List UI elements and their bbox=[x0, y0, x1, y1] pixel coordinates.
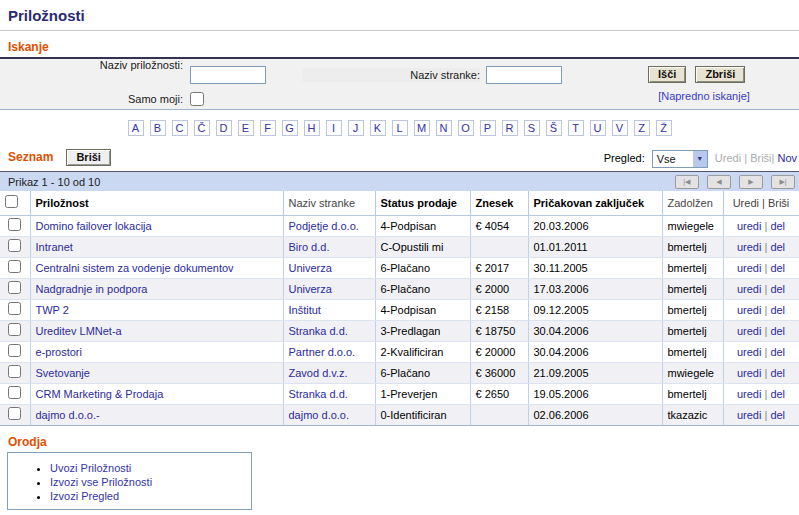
alphabet-letter[interactable]: F bbox=[260, 120, 276, 136]
row-checkbox[interactable] bbox=[8, 365, 21, 378]
delete-row-link[interactable]: del bbox=[770, 409, 785, 421]
edit-row-link[interactable]: uredi bbox=[737, 367, 761, 379]
client-link[interactable]: Podjetje d.o.o. bbox=[289, 220, 359, 232]
alphabet-letter[interactable]: Č bbox=[194, 120, 210, 136]
row-checkbox[interactable] bbox=[8, 281, 21, 294]
delete-row-link[interactable]: del bbox=[770, 388, 785, 400]
row-checkbox[interactable] bbox=[8, 344, 21, 357]
prev-page-icon[interactable]: ◀ bbox=[707, 175, 731, 189]
opportunity-link[interactable]: Svetovanje bbox=[36, 367, 90, 379]
opportunity-link[interactable]: Intranet bbox=[36, 241, 73, 253]
tools-link[interactable]: Uvozi Priložnosti bbox=[50, 462, 131, 474]
row-checkbox[interactable] bbox=[8, 260, 21, 273]
col-amount[interactable]: Znesek bbox=[470, 191, 528, 215]
client-link[interactable]: Univerza bbox=[289, 283, 332, 295]
delete-row-link[interactable]: del bbox=[770, 262, 785, 274]
alphabet-letter[interactable]: K bbox=[370, 120, 386, 136]
alphabet-letter[interactable]: R bbox=[502, 120, 518, 136]
alphabet-letter[interactable]: L bbox=[392, 120, 408, 136]
client-link[interactable]: Zavod d.v.z. bbox=[289, 367, 348, 379]
delete-row-link[interactable]: del bbox=[770, 241, 785, 253]
opportunity-link[interactable]: Ureditev LMNet-a bbox=[36, 325, 122, 337]
tools-link[interactable]: Izvozi vse Priložnosti bbox=[50, 476, 152, 488]
edit-row-link[interactable]: uredi bbox=[737, 388, 761, 400]
delete-row-link[interactable]: del bbox=[770, 304, 785, 316]
client-link[interactable]: Univerza bbox=[289, 262, 332, 274]
header-new-link[interactable]: Nov bbox=[777, 152, 797, 164]
opportunity-link[interactable]: e-prostori bbox=[36, 346, 82, 358]
row-checkbox[interactable] bbox=[8, 323, 21, 336]
client-link[interactable]: Biro d.d. bbox=[289, 241, 330, 253]
client-link[interactable]: Stranka d.d. bbox=[289, 325, 348, 337]
next-page-icon[interactable]: ▶ bbox=[739, 175, 763, 189]
opportunity-link[interactable]: TWP 2 bbox=[36, 304, 69, 316]
delete-row-link[interactable]: del bbox=[770, 220, 785, 232]
delete-row-link[interactable]: del bbox=[770, 283, 785, 295]
opportunity-name-input[interactable] bbox=[190, 66, 266, 84]
opportunity-link[interactable]: Centralni sistem za vodenje dokumentov bbox=[36, 262, 234, 274]
alphabet-letter[interactable]: H bbox=[304, 120, 320, 136]
col-opportunity[interactable]: Priložnost bbox=[30, 191, 283, 215]
first-page-icon[interactable]: |◀ bbox=[675, 175, 699, 189]
alphabet-letter[interactable]: P bbox=[480, 120, 496, 136]
edit-row-link[interactable]: uredi bbox=[737, 220, 761, 232]
edit-row-link[interactable]: uredi bbox=[737, 304, 761, 316]
edit-row-link[interactable]: uredi bbox=[737, 325, 761, 337]
col-expected-close[interactable]: Pričakovan zaključek bbox=[528, 191, 662, 215]
alphabet-letter[interactable]: A bbox=[128, 120, 144, 136]
client-link[interactable]: Inštitut bbox=[289, 304, 321, 316]
alphabet-letter[interactable]: Š bbox=[546, 120, 562, 136]
alphabet-letter[interactable]: V bbox=[612, 120, 628, 136]
opportunity-link[interactable]: Nadgradnje in podpora bbox=[36, 283, 148, 295]
alphabet-letter[interactable]: O bbox=[458, 120, 474, 136]
client-link[interactable]: Partner d.o.o. bbox=[289, 346, 356, 358]
edit-row-link[interactable]: uredi bbox=[737, 409, 761, 421]
alphabet-letter[interactable]: N bbox=[436, 120, 452, 136]
only-mine-checkbox[interactable] bbox=[190, 92, 204, 106]
alphabet-letter[interactable]: T bbox=[568, 120, 584, 136]
row-checkbox[interactable] bbox=[8, 239, 21, 252]
alphabet-letter[interactable]: Ž bbox=[656, 120, 672, 136]
alphabet-letter[interactable]: E bbox=[238, 120, 254, 136]
row-checkbox[interactable] bbox=[8, 386, 21, 399]
alphabet-letter[interactable]: G bbox=[282, 120, 298, 136]
edit-row-link[interactable]: uredi bbox=[737, 241, 761, 253]
alphabet-letter[interactable]: D bbox=[216, 120, 232, 136]
edit-row-link[interactable]: uredi bbox=[737, 346, 761, 358]
opportunity-link[interactable]: Domino failover lokacija bbox=[36, 220, 152, 232]
last-page-icon[interactable]: ▶| bbox=[771, 175, 795, 189]
col-status[interactable]: Status prodaje bbox=[375, 191, 470, 215]
tools-link[interactable]: Izvozi Pregled bbox=[50, 490, 119, 502]
select-all-checkbox[interactable] bbox=[5, 195, 18, 208]
col-owner[interactable]: Zadolžen bbox=[662, 191, 723, 215]
header-edit-link[interactable]: Uredi bbox=[715, 152, 741, 164]
opportunity-link[interactable]: dajmo d.o.o.- bbox=[36, 409, 100, 421]
view-select[interactable]: Vse ▼ bbox=[652, 150, 708, 168]
alphabet-letter[interactable]: Z bbox=[634, 120, 650, 136]
alphabet-letter[interactable]: J bbox=[348, 120, 364, 136]
delete-selected-button[interactable]: Briši bbox=[66, 149, 110, 166]
row-checkbox[interactable] bbox=[8, 302, 21, 315]
delete-row-link[interactable]: del bbox=[770, 325, 785, 337]
edit-row-link[interactable]: uredi bbox=[737, 262, 761, 274]
alphabet-letter[interactable]: I bbox=[326, 120, 342, 136]
clear-button[interactable]: Zbriši bbox=[695, 66, 745, 83]
client-name-input[interactable] bbox=[486, 66, 562, 84]
header-delete-link[interactable]: Briši bbox=[750, 152, 771, 164]
row-checkbox[interactable] bbox=[8, 407, 21, 420]
col-client[interactable]: Naziv stranke bbox=[283, 191, 375, 215]
edit-row-link[interactable]: uredi bbox=[737, 283, 761, 295]
client-link[interactable]: dajmo d.o.o. bbox=[289, 409, 350, 421]
opportunity-link[interactable]: CRM Marketing & Prodaja bbox=[36, 388, 164, 400]
search-button[interactable]: Išči bbox=[648, 66, 686, 83]
delete-row-link[interactable]: del bbox=[770, 346, 785, 358]
delete-row-link[interactable]: del bbox=[770, 367, 785, 379]
client-link[interactable]: Stranka d.d. bbox=[289, 388, 348, 400]
alphabet-letter[interactable]: C bbox=[172, 120, 188, 136]
alphabet-letter[interactable]: S bbox=[524, 120, 540, 136]
alphabet-letter[interactable]: B bbox=[150, 120, 166, 136]
row-checkbox[interactable] bbox=[8, 218, 21, 231]
alphabet-letter[interactable]: M bbox=[414, 120, 430, 136]
alphabet-letter[interactable]: U bbox=[590, 120, 606, 136]
advanced-search-link[interactable]: [Napredno iskanje] bbox=[615, 90, 793, 102]
